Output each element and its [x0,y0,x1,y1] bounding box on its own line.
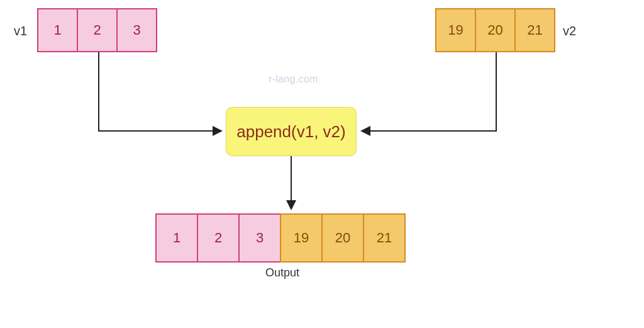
v1-cell-0: 1 [37,8,78,52]
vector-v2: 19 20 21 [435,8,555,52]
function-call-text: append(v1, v2) [236,122,345,142]
v1-label: v1 [14,24,27,38]
output-cell-0: 1 [155,213,198,263]
function-call-box: append(v1, v2) [226,107,357,156]
output-cell-4: 20 [321,213,364,263]
v2-cell-0: 19 [435,8,476,52]
watermark-text: r-lang.com [269,74,318,85]
v2-cell-1: 20 [475,8,516,52]
output-vector: 1 2 3 19 20 21 [155,213,406,263]
v1-cell-2: 3 [116,8,157,52]
v2-cell-2: 21 [514,8,555,52]
vector-v1: 1 2 3 [37,8,157,52]
arrow-v2-to-func [363,52,496,131]
output-cell-1: 2 [197,213,240,263]
output-cell-3: 19 [280,213,323,263]
v1-cell-1: 2 [77,8,118,52]
output-cell-2: 3 [238,213,281,263]
output-cell-5: 21 [363,213,406,263]
output-label: Output [265,266,299,280]
arrow-v1-to-func [99,52,220,131]
v2-label: v2 [563,24,576,38]
